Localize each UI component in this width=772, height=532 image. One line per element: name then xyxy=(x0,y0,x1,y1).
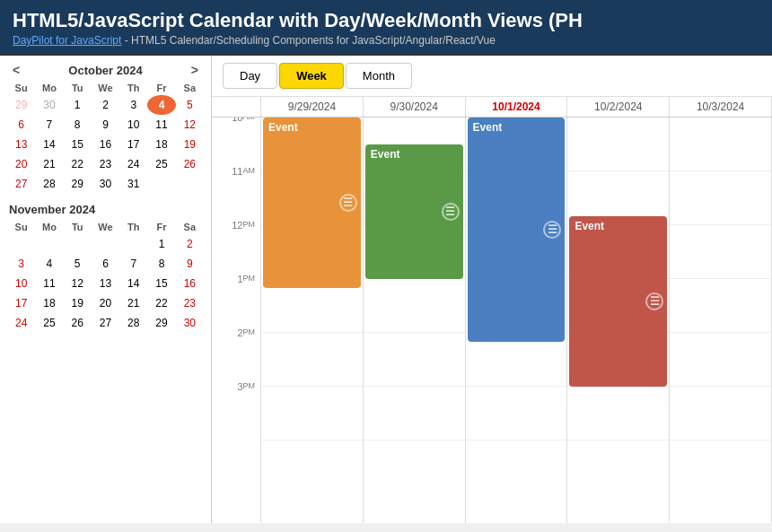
october-calendar: < October 2024 > SuMoTuWeThFrSa 29301234… xyxy=(7,63,204,194)
calendar-day[interactable]: 25 xyxy=(147,154,175,174)
calendar-day[interactable]: 3 xyxy=(119,95,147,115)
calendar-day[interactable]: 30 xyxy=(176,313,204,333)
event-block[interactable]: Event ☰ xyxy=(365,144,463,279)
calendar-day[interactable]: 7 xyxy=(35,115,63,135)
calendar-day[interactable]: 15 xyxy=(147,274,175,293)
calendar-day[interactable]: 29 xyxy=(147,313,175,333)
day-view-button[interactable]: Day xyxy=(223,63,277,89)
event-block[interactable]: Event ☰ xyxy=(468,118,566,342)
event-menu-icon[interactable]: ☰ xyxy=(339,194,357,212)
calendar-day[interactable]: 21 xyxy=(119,293,147,313)
calendar-day[interactable]: 1 xyxy=(64,95,92,115)
calendar-day[interactable]: 12 xyxy=(176,115,204,135)
calendar-day[interactable]: 24 xyxy=(119,154,147,174)
calendar-day[interactable]: 6 xyxy=(92,254,119,274)
day-col-header: 9/30/2024 xyxy=(364,97,466,117)
calendar-day[interactable]: 20 xyxy=(92,293,119,313)
calendar-day[interactable]: 28 xyxy=(119,313,147,333)
event-label: Event xyxy=(371,148,400,161)
event-block[interactable]: Event ☰ xyxy=(569,216,667,387)
calendar-day[interactable]: 14 xyxy=(35,135,63,154)
calendar-day[interactable]: 4 xyxy=(35,254,63,274)
calendar-day[interactable]: 12 xyxy=(64,274,92,293)
november-grid: SuMoTuWeThFrSa 1234567891011121314151617… xyxy=(7,220,204,333)
calendar-day[interactable]: 10 xyxy=(7,274,35,293)
week-header-row: 9/29/20249/30/202410/1/202410/2/202410/3… xyxy=(212,97,772,118)
event-menu-icon[interactable]: ☰ xyxy=(645,292,663,310)
day-header: Su xyxy=(7,81,35,95)
calendar-day[interactable]: 18 xyxy=(147,135,175,154)
calendar-day[interactable]: 14 xyxy=(119,274,147,293)
hour-row xyxy=(364,279,465,333)
calendar-day[interactable]: 13 xyxy=(7,135,35,154)
calendar-day[interactable]: 21 xyxy=(35,154,63,174)
calendar-day[interactable]: 30 xyxy=(92,174,119,194)
event-label: Event xyxy=(473,121,503,134)
calendar-day[interactable]: 31 xyxy=(119,174,147,194)
calendar-day[interactable]: 4 xyxy=(147,95,175,115)
calendar-day[interactable]: 19 xyxy=(64,293,92,313)
calendar-day[interactable]: 3 xyxy=(7,254,35,274)
calendar-day[interactable]: 26 xyxy=(64,313,92,333)
calendar-day xyxy=(7,234,35,254)
calendar-day[interactable]: 29 xyxy=(7,95,35,115)
calendar-day[interactable]: 29 xyxy=(64,174,92,194)
calendar-day[interactable]: 6 xyxy=(7,115,35,135)
calendar-day[interactable]: 5 xyxy=(64,254,92,274)
calendar-day[interactable]: 8 xyxy=(147,254,175,274)
hour-row xyxy=(466,387,567,440)
calendar-day[interactable]: 28 xyxy=(35,174,63,194)
week-body[interactable]: 10AM11AM12PM1PM2PM3PM Event ☰Event ☰Even… xyxy=(212,118,772,523)
calendar-day[interactable]: 15 xyxy=(64,135,92,154)
calendar-day[interactable]: 17 xyxy=(7,293,35,313)
calendar-day[interactable]: 10 xyxy=(119,115,147,135)
calendar-day[interactable]: 24 xyxy=(7,313,35,333)
calendar-day[interactable]: 5 xyxy=(176,95,204,115)
calendar-day[interactable]: 1 xyxy=(147,234,175,254)
view-toggle-bar: Day Week Month xyxy=(212,56,772,97)
next-month-button[interactable]: > xyxy=(188,63,202,77)
calendar-day[interactable]: 27 xyxy=(92,313,119,333)
hour-row xyxy=(670,171,771,225)
calendar-day[interactable]: 23 xyxy=(176,293,204,313)
event-block[interactable]: Event ☰ xyxy=(263,118,361,288)
month-view-button[interactable]: Month xyxy=(346,63,412,89)
calendar-day[interactable]: 11 xyxy=(147,115,175,135)
calendar-day[interactable]: 22 xyxy=(64,154,92,174)
day-header: Tu xyxy=(64,220,92,234)
calendar-day[interactable]: 30 xyxy=(35,95,63,115)
calendar-day[interactable]: 16 xyxy=(92,135,119,154)
week-view-button[interactable]: Week xyxy=(279,63,344,89)
calendar-day[interactable]: 23 xyxy=(92,154,119,174)
calendar-day[interactable]: 17 xyxy=(119,135,147,154)
calendar-day[interactable]: 27 xyxy=(7,174,35,194)
calendar-day[interactable]: 25 xyxy=(35,313,63,333)
calendar-day[interactable]: 20 xyxy=(7,154,35,174)
event-menu-icon[interactable]: ☰ xyxy=(442,203,460,221)
calendar-day[interactable]: 7 xyxy=(119,254,147,274)
october-title: October 2024 xyxy=(68,64,142,77)
calendar-day[interactable]: 2 xyxy=(92,95,119,115)
calendar-right-panel: Day Week Month 9/29/20249/30/202410/1/20… xyxy=(212,56,772,523)
calendar-day[interactable]: 26 xyxy=(176,154,204,174)
calendar-day[interactable]: 2 xyxy=(176,234,204,254)
daypilot-link[interactable]: DayPilot for JavaScript xyxy=(13,34,121,47)
calendar-day[interactable]: 9 xyxy=(92,115,119,135)
day-col-header: 10/2/2024 xyxy=(567,97,670,117)
calendar-day[interactable]: 8 xyxy=(64,115,92,135)
prev-month-button[interactable]: < xyxy=(9,63,23,77)
calendar-day[interactable]: 11 xyxy=(35,274,63,293)
day-header: Mo xyxy=(35,81,63,95)
calendar-day[interactable]: 13 xyxy=(92,274,119,293)
calendar-day[interactable]: 9 xyxy=(176,254,204,274)
calendar-day[interactable]: 16 xyxy=(176,274,204,293)
subtitle-text: - HTML5 Calendar/Scheduling Components f… xyxy=(125,34,496,47)
calendar-day[interactable]: 19 xyxy=(176,135,204,154)
hour-row xyxy=(670,279,771,333)
hour-row xyxy=(261,333,363,387)
hour-row xyxy=(364,387,465,440)
event-menu-icon[interactable]: ☰ xyxy=(543,221,561,239)
calendar-day[interactable]: 22 xyxy=(147,293,175,313)
day-header: Sa xyxy=(176,220,204,234)
calendar-day[interactable]: 18 xyxy=(35,293,63,313)
